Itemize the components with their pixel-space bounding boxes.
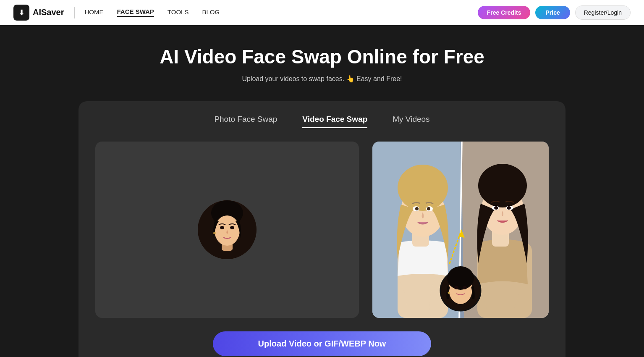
header: ⬇ AISaver HOME FACE SWAP TOOLS BLOG Free… [0,0,644,25]
tab-photo-face-swap[interactable]: Photo Face Swap [214,115,277,128]
svg-point-6 [213,232,216,234]
header-actions: Free Credits Price Register/Login [478,5,631,20]
face-thumbnail [198,200,257,259]
nav-blog[interactable]: BLOG [202,8,220,16]
main-nav: HOME FACE SWAP TOOLS BLOG [85,8,220,17]
hero-section: AI Video Face Swap Online for Free Uploa… [0,25,644,93]
svg-point-23 [478,164,527,207]
svg-point-17 [427,207,430,210]
free-credits-button[interactable]: Free Credits [478,6,531,19]
svg-point-15 [415,207,419,210]
tab-video-face-swap[interactable]: Video Face Swap [302,115,367,128]
svg-point-33 [447,266,474,290]
nav-tools[interactable]: TOOLS [168,8,189,16]
svg-point-27 [507,206,511,210]
upload-area[interactable] [95,142,359,318]
upload-video-button[interactable]: Upload Video or GIF/WEBP Now [213,331,431,356]
hero-subtitle: Upload your videos to swap faces. 👆 Easy… [8,75,636,83]
nav-home[interactable]: HOME [85,8,104,16]
tab-bar: Photo Face Swap Video Face Swap My Video… [95,115,549,128]
logo-icon: ⬇ [13,5,29,21]
svg-point-4 [220,226,224,229]
tab-my-videos[interactable]: My Videos [393,115,429,128]
price-button[interactable]: Price [535,6,570,19]
main-content: AI Video Face Swap Online for Free Uploa… [0,25,644,357]
nav-divider [74,7,75,18]
hero-title: AI Video Face Swap Online for Free [8,45,636,68]
register-login-button[interactable]: Register/Login [575,5,631,20]
logo-text: AISaver [33,8,64,17]
svg-point-13 [398,165,448,211]
svg-point-5 [230,226,234,229]
logo[interactable]: ⬇ AISaver [13,5,64,21]
main-card: Photo Face Swap Video Face Swap My Video… [79,101,565,357]
content-area [95,142,549,318]
demo-svg [372,142,549,318]
nav-face-swap[interactable]: FACE SWAP [117,8,154,17]
svg-point-35 [463,286,467,289]
demo-image [372,142,549,318]
svg-point-25 [494,206,498,210]
svg-point-34 [454,286,458,289]
svg-point-36 [448,292,450,294]
face-svg [198,200,257,259]
upload-button-area: Upload Video or GIF/WEBP Now [95,331,549,356]
